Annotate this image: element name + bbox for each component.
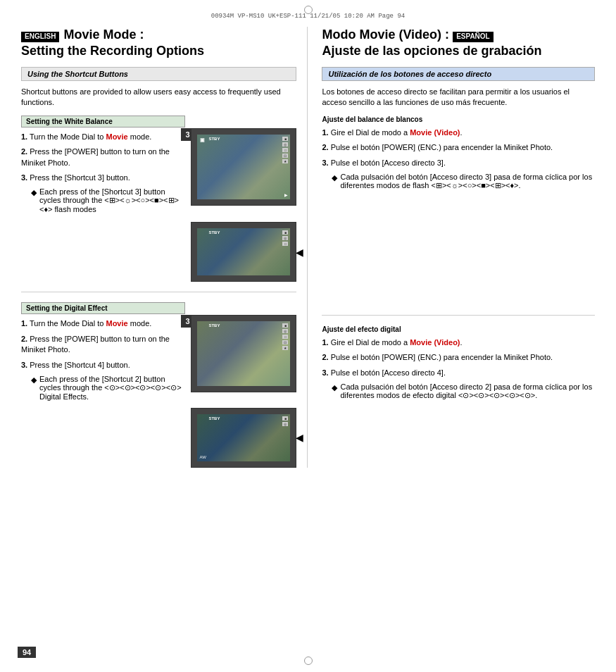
section-divider-es	[322, 315, 595, 316]
espanol-title: Modo Movie (Video) : ESPAÑOL Ajuste de l…	[322, 27, 595, 58]
white-balance-title: Setting the White Balance	[21, 116, 185, 127]
digital-effect-section: Setting the Digital Effect 1. Turn the M…	[21, 302, 185, 402]
camera-image-1: ▣ STBY ■ ◎ □ ⊡ ★ ▶	[191, 128, 296, 206]
espanol-intro: Los botones de acceso directo se facilit…	[322, 87, 595, 108]
camera-row-2: STBY ■ ◎ □ ◀	[21, 222, 296, 282]
camera-image-2: STBY ■ ◎ □	[191, 222, 296, 282]
right-arrow-2: ◀	[296, 432, 303, 443]
es-de-step3: 3. Pulse el botón [Acceso directo 4].	[322, 368, 595, 378]
es-spacer-1	[322, 196, 595, 305]
de-step2: 2. Press the [POWER] button to turn on t…	[21, 334, 185, 356]
hole-marker-top	[304, 6, 313, 14]
de-step1: 1. Turn the Mode Dial to Movie mode.	[21, 318, 185, 329]
page-number: 94	[18, 647, 36, 658]
es-digital-effect: Ajuste del efecto digital 1. Gire el Dia…	[322, 325, 595, 400]
english-column: ENGLISHMovie Mode : Setting the Recordin…	[21, 27, 308, 468]
english-intro: Shortcut buttons are provided to allow u…	[21, 87, 296, 108]
de-step3: 3. Press the [Shortcut 4] button.	[21, 360, 185, 371]
es-de-step2: 2. Pulse el botón [POWER] (ENC.) para en…	[322, 352, 595, 363]
de-bullet: ◆ Each press of the [Shortcut 2] button …	[31, 375, 185, 401]
espanol-column: Modo Movie (Video) : ESPAÑOL Ajuste de l…	[308, 27, 595, 468]
camera-image-1-wrapper: 3 ▣ STBY ■ ◎ □ ⊡ ★	[191, 128, 296, 216]
camera-image-3: STBY ■ ◎ □ ⊡ ★	[191, 315, 296, 392]
section-divider-en	[21, 292, 296, 292]
camera-image-3-wrapper: 3 STBY ■ ◎ □ ⊡ ★	[191, 315, 296, 402]
english-badge: ENGLISH	[21, 32, 59, 42]
wb-step3: 3. Press the [Shortcut 3] button.	[21, 173, 185, 183]
es-wb-step1: 1. Gire el Dial de modo a Movie (Video).	[322, 127, 595, 138]
es-de-bullet: ◆ Cada pulsación del botón [Acceso direc…	[332, 382, 595, 400]
english-title: ENGLISHMovie Mode : Setting the Recordin…	[21, 27, 296, 58]
es-wb-title: Ajuste del balance de blancos	[322, 116, 595, 123]
camera-row-4: STBY ■ ◎ AW ◀	[21, 408, 296, 468]
right-arrow-1: ◀	[296, 247, 303, 258]
es-de-step1: 1. Gire el Dial de modo a Movie (Video).	[322, 337, 595, 348]
espanol-badge: ESPAÑOL	[453, 32, 494, 42]
wb-step1: 1. Turn the Mode Dial to Movie mode.	[21, 132, 185, 142]
white-balance-section: Setting the White Balance 1. Turn the Mo…	[21, 116, 185, 216]
espanol-shortcut-header: Utilización de los botones de acceso dir…	[322, 67, 595, 81]
camera-image-4: STBY ■ ◎ AW	[191, 408, 296, 468]
english-shortcut-header: Using the Shortcut Buttons	[21, 67, 296, 81]
camera-image-4-wrapper: STBY ■ ◎ AW ◀	[191, 408, 296, 468]
digital-effect-title: Setting the Digital Effect	[21, 302, 185, 314]
es-de-title: Ajuste del efecto digital	[322, 325, 595, 333]
camera-image-2-wrapper: STBY ■ ◎ □ ◀	[191, 222, 296, 282]
es-wb-step2: 2. Pulse el botón [POWER] (ENC.) para en…	[322, 142, 595, 153]
es-wb-bullet: ◆ Cada pulsación del botón [Acceso direc…	[332, 173, 595, 190]
wb-bullet: ◆ Each press of the [Shortcut 3] button …	[31, 187, 185, 213]
es-wb-step3: 3. Pulse el botón [Acceso directo 3].	[322, 158, 595, 168]
es-white-balance: Ajuste del balance de blancos 1. Gire el…	[322, 116, 595, 190]
wb-step2: 2. Press the [POWER] button to turn on t…	[21, 147, 185, 168]
hole-marker-bottom	[304, 657, 313, 665]
